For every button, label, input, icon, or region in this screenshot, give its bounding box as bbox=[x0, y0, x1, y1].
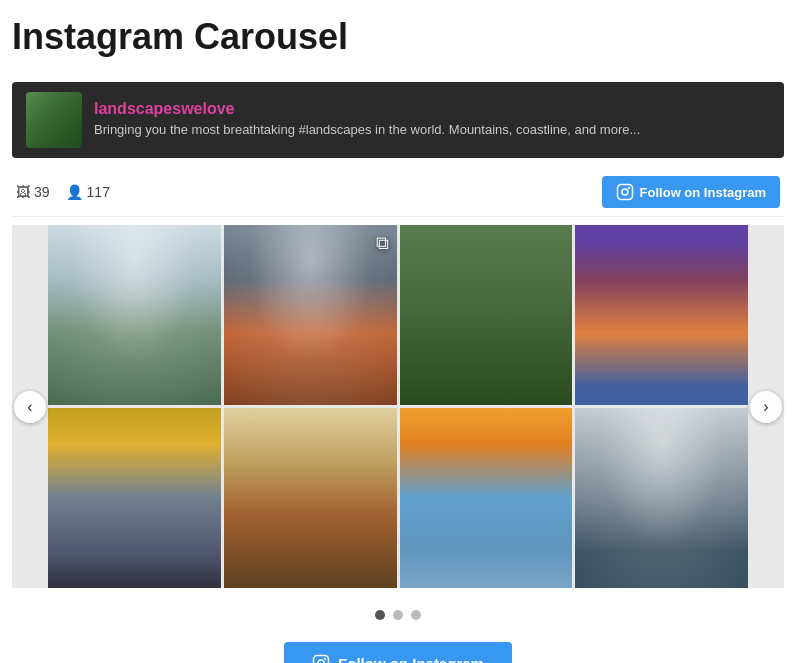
overlay-7 bbox=[400, 408, 573, 588]
follow-button-bottom[interactable]: Follow on Instagram bbox=[284, 642, 512, 663]
next-arrow-icon: › bbox=[763, 398, 768, 416]
grid-item-1[interactable] bbox=[48, 225, 221, 405]
follow-button-top-label: Follow on Instagram bbox=[640, 185, 766, 200]
grid-item-6[interactable] bbox=[224, 408, 397, 588]
page-wrapper: Instagram Carousel landscapeswelove Brin… bbox=[0, 0, 796, 663]
dot-3[interactable] bbox=[411, 610, 421, 620]
instagram-icon-bottom bbox=[312, 654, 330, 663]
carousel-wrapper: ‹ ⧉ › bbox=[12, 225, 784, 588]
follow-button-bottom-wrapper: Follow on Instagram bbox=[12, 634, 784, 663]
followers-icon: 👤 bbox=[66, 184, 83, 200]
posts-count: 39 bbox=[34, 184, 50, 200]
multi-post-icon: ⧉ bbox=[376, 233, 389, 254]
svg-point-1 bbox=[622, 189, 628, 195]
grid-item-4[interactable] bbox=[575, 225, 748, 405]
profile-username: landscapeswelove bbox=[94, 100, 770, 118]
follow-button-bottom-label: Follow on Instagram bbox=[338, 655, 484, 664]
overlay-8 bbox=[575, 408, 748, 588]
svg-point-5 bbox=[325, 659, 326, 660]
overlay-1 bbox=[48, 225, 221, 405]
svg-rect-0 bbox=[617, 185, 632, 200]
prev-arrow-icon: ‹ bbox=[27, 398, 32, 416]
follow-button-top[interactable]: Follow on Instagram bbox=[602, 176, 780, 208]
stats-bar: 🖼 39 👤 117 Follow on Instagram bbox=[12, 168, 784, 217]
profile-avatar bbox=[26, 92, 82, 148]
posts-stat: 🖼 39 bbox=[16, 184, 50, 200]
page-title: Instagram Carousel bbox=[12, 16, 784, 66]
profile-banner: landscapeswelove Bringing you the most b… bbox=[12, 82, 784, 158]
svg-point-2 bbox=[628, 188, 629, 189]
profile-info: landscapeswelove Bringing you the most b… bbox=[94, 100, 770, 139]
followers-stat: 👤 117 bbox=[66, 184, 110, 200]
grid-item-5[interactable] bbox=[48, 408, 221, 588]
dot-2[interactable] bbox=[393, 610, 403, 620]
overlay-2 bbox=[224, 225, 397, 405]
grid-item-8[interactable] bbox=[575, 408, 748, 588]
grid-item-7[interactable] bbox=[400, 408, 573, 588]
carousel-prev-button[interactable]: ‹ bbox=[14, 391, 46, 423]
dot-1[interactable] bbox=[375, 610, 385, 620]
followers-count: 117 bbox=[87, 184, 110, 200]
profile-bio: Bringing you the most breathtaking #land… bbox=[94, 121, 770, 139]
instagram-icon-top bbox=[616, 183, 634, 201]
grid-item-3[interactable] bbox=[400, 225, 573, 405]
carousel-next-button[interactable]: › bbox=[750, 391, 782, 423]
posts-icon: 🖼 bbox=[16, 184, 30, 200]
grid-item-2[interactable]: ⧉ bbox=[224, 225, 397, 405]
dots-container bbox=[12, 600, 784, 634]
image-grid: ⧉ bbox=[12, 225, 784, 588]
